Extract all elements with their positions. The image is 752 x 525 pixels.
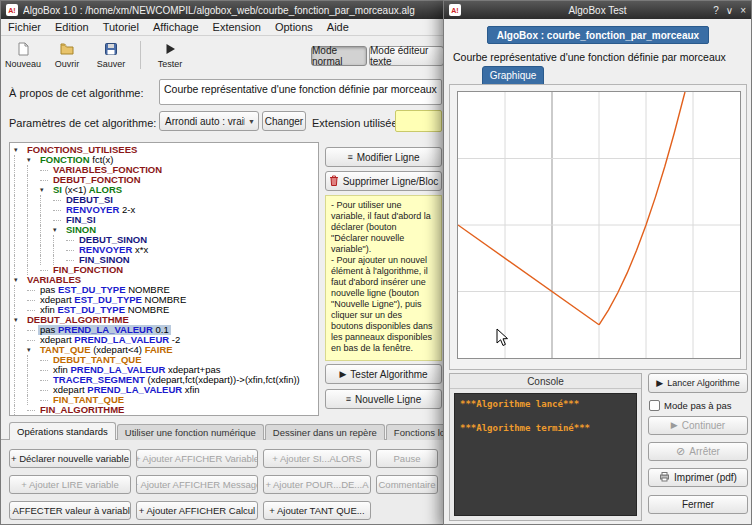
indent-guide	[14, 185, 27, 195]
graph-pane	[449, 84, 747, 370]
tab-graphique[interactable]: Graphique	[482, 66, 544, 85]
changer-label: Changer	[265, 116, 303, 127]
modifier-ligne-label: Modifier Ligne	[357, 152, 420, 163]
branch-tick	[40, 370, 48, 371]
open-folder-icon	[60, 42, 74, 58]
indent-guide	[14, 295, 27, 305]
play-icon: ▶	[671, 421, 678, 430]
help-box: - Pour utiliser une variable, il faut d'…	[325, 195, 442, 361]
console-output[interactable]: ***Algorithme lancé*** ***Algorithme ter…	[454, 393, 637, 516]
indent-guide	[14, 205, 27, 215]
supprimer-ligne-button[interactable]: Supprimer Ligne/Bloc	[325, 171, 442, 191]
algorithm-description: Courbe représentative d'une fonction déf…	[453, 51, 726, 63]
tree-line[interactable]: ▾SI (x<1) ALORS	[11, 185, 318, 195]
imprimer-pdf-button[interactable]: Imprimer (pdf)	[648, 468, 748, 487]
tester-algorithme-button[interactable]: ▶ Tester Algorithme	[325, 364, 442, 384]
action-affecter-valeur-a-variable[interactable]: + AFFECTER valeur à variable	[9, 501, 131, 520]
menu-options[interactable]: Options	[268, 21, 320, 33]
tab-dessiner-dans-un-repere[interactable]: Dessiner dans un repère	[265, 424, 385, 440]
indent-guide	[14, 155, 27, 165]
console-title: Console	[450, 374, 641, 389]
tree-line[interactable]: FIN_ALGORITHME	[11, 405, 318, 415]
branch-tick	[40, 270, 48, 271]
menu-affichage[interactable]: Affichage	[146, 21, 206, 33]
test-titlebar[interactable]: A! AlgoBox Test ? ∨ ×	[444, 1, 751, 19]
branch-tick	[27, 340, 35, 341]
toolbar-separator	[140, 41, 141, 69]
indent-guide	[40, 235, 53, 245]
menu-tutoriel[interactable]: Tutoriel	[96, 21, 146, 33]
indent-guide	[27, 255, 40, 265]
mode-editeur-texte-button[interactable]: Mode éditeur texte	[369, 46, 444, 66]
indent-guide	[14, 405, 27, 415]
test-button[interactable]: Tester	[148, 38, 192, 72]
indent-guide	[27, 355, 40, 365]
expand-arrow-icon: ▾	[14, 145, 25, 155]
expand-arrow-icon: ▾	[53, 225, 64, 235]
modifier-ligne-button[interactable]: ≡ Modifier Ligne	[325, 147, 442, 167]
action-ajouter-afficher-calcul[interactable]: + Ajouter AFFICHER Calcul	[136, 501, 258, 520]
tree-line[interactable]: RENVOYER 2-x	[11, 205, 318, 215]
fermer-label: Fermer	[682, 499, 714, 510]
menu-fichier[interactable]: Fichier	[1, 21, 48, 33]
extension-field[interactable]	[395, 110, 442, 132]
graph-svg	[458, 92, 740, 358]
tree-line[interactable]: ▾SINON	[11, 225, 318, 235]
indent-guide	[40, 215, 53, 225]
indent-guide	[27, 215, 40, 225]
branch-tick	[27, 300, 35, 301]
fermer-button[interactable]: Fermer	[648, 495, 748, 514]
indent-guide	[27, 375, 40, 385]
lancer-algorithme-button[interactable]: ▶ Lancer Algorithme	[648, 373, 748, 393]
about-field[interactable]: Courbe représentative d'une fonction déf…	[159, 79, 442, 105]
extension-label: Extension utilisée:	[312, 117, 401, 129]
nouvelle-ligne-button[interactable]: ≡ Nouvelle Ligne	[325, 389, 442, 409]
tab-operations-standards[interactable]: Opérations standards	[9, 422, 116, 440]
save-button-label: Sauver	[97, 59, 126, 69]
branch-tick	[66, 260, 74, 261]
graph-canvas	[457, 91, 741, 359]
mode-pas-a-pas-checkbox[interactable]	[649, 400, 660, 411]
indent-guide	[14, 235, 27, 245]
menu-items: FichierEditionTutorielAffichageExtension…	[1, 21, 356, 33]
menu-edition[interactable]: Edition	[48, 21, 96, 33]
params-dropdown[interactable]: Arrondi auto : vrai ▼	[159, 111, 259, 131]
open-button[interactable]: Ouvrir	[45, 38, 89, 72]
continuer-button[interactable]: ▶ Continuer	[648, 416, 748, 435]
console-text: ***Algorithme lancé*** ***Algorithme ter…	[455, 394, 636, 438]
indent-guide	[14, 285, 27, 295]
indent-guide	[53, 235, 66, 245]
algorithm-name-banner: AlgoBox : courbe_fonction_par_morceaux	[487, 26, 709, 44]
save-disk-icon	[104, 42, 118, 58]
indent-guide	[14, 305, 27, 315]
indent-guide	[40, 205, 53, 215]
branch-tick	[66, 250, 74, 251]
save-button[interactable]: Sauver	[89, 38, 133, 72]
action-declarer-nouvelle-variable[interactable]: + Déclarer nouvelle variable	[9, 449, 131, 468]
indent-guide	[14, 325, 27, 335]
new-line-icon: ≡	[346, 395, 351, 404]
tab-utiliser-une-fonction-numerique[interactable]: Utiliser une fonction numérique	[117, 424, 264, 440]
indent-guide	[40, 195, 53, 205]
menu-extension[interactable]: Extension	[206, 21, 268, 33]
new-button[interactable]: Nouveau	[1, 38, 45, 72]
tree-line[interactable]: DEBUT_SI	[11, 195, 318, 205]
new-document-icon	[16, 42, 30, 58]
tree-line[interactable]: FIN_SI	[11, 215, 318, 225]
new-button-label: Nouveau	[5, 59, 41, 69]
algorithm-tree[interactable]: ▾FONCTIONS_UTILISEES▾FONCTION fct(x)VARI…	[9, 142, 319, 416]
arreter-button[interactable]: ⊘ Arrêter	[648, 442, 748, 461]
trash-icon	[329, 175, 339, 188]
action-pause: Pause	[376, 449, 438, 468]
action-ajouter-tant-que[interactable]: + Ajouter TANT QUE...	[263, 501, 371, 520]
open-button-label: Ouvrir	[55, 59, 80, 69]
edit-lines-icon: ≡	[347, 153, 352, 162]
mode-pas-a-pas-row: Mode pas à pas	[649, 400, 749, 411]
changer-button[interactable]: Changer	[262, 111, 306, 131]
nouvelle-ligne-label: Nouvelle Ligne	[355, 394, 421, 405]
tree-line[interactable]: RENVOYER x*x	[11, 245, 318, 255]
mode-normal-button[interactable]: Mode normal	[311, 46, 367, 66]
tree-line[interactable]: DEBUT_SINON	[11, 235, 318, 245]
indent-guide	[40, 245, 53, 255]
menu-aide[interactable]: Aide	[320, 21, 356, 33]
